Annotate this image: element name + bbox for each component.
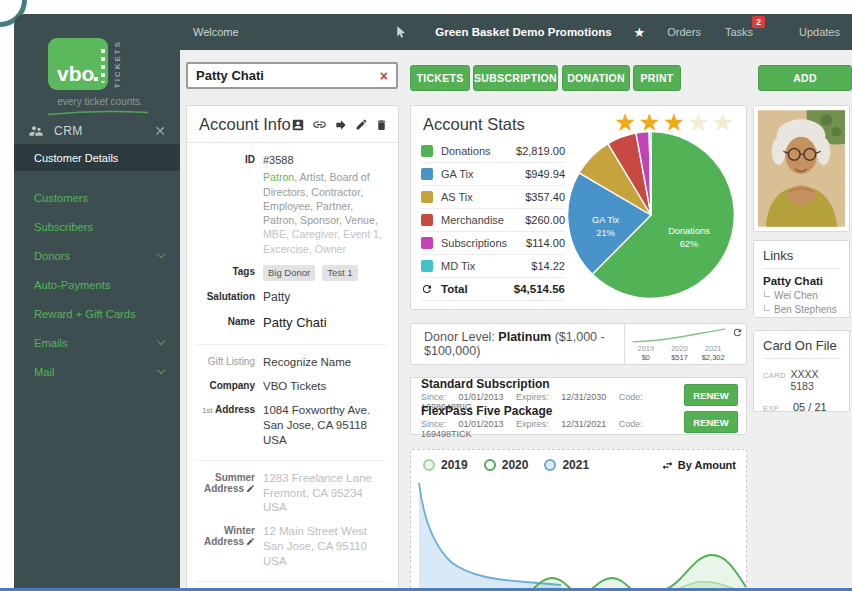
gift-listing-label: Gift Listing xyxy=(195,355,255,370)
sidebar-close-icon[interactable]: ✕ xyxy=(154,123,166,139)
legend-row-merchandise: Merchandise $260.00 xyxy=(421,209,565,232)
renew-button[interactable]: RENEW xyxy=(684,384,738,406)
sidebar-item-reward-gift-cards[interactable]: Reward + Gift Cards xyxy=(14,299,180,328)
sidebar-item-donors[interactable]: Donors xyxy=(14,241,180,270)
sidebar: vbo TICKETS every ticket counts. CRM ✕ C… xyxy=(14,14,180,591)
screenshot-canvas: vbo TICKETS every ticket counts. CRM ✕ C… xyxy=(0,0,852,591)
refresh-icon[interactable] xyxy=(421,283,433,295)
summer-label-line2: Address xyxy=(204,483,244,494)
customer-photo xyxy=(758,110,845,227)
area-2021 xyxy=(419,483,561,591)
legend-swatch xyxy=(421,237,433,249)
tickets-button[interactable]: TICKETS xyxy=(410,65,470,91)
account-info-title: Account Info xyxy=(199,115,291,134)
pie-label-ga-tix: GA Tix xyxy=(592,215,620,225)
trend-area-chart xyxy=(411,480,746,591)
orders-link[interactable]: Orders xyxy=(667,26,701,38)
category-patron: Patron xyxy=(263,171,294,183)
share-forward-icon[interactable] xyxy=(334,118,348,132)
account-info-panel: Account Info ID #3588 xyxy=(186,105,399,591)
contact-card-icon[interactable] xyxy=(291,118,305,132)
tags-label: Tags xyxy=(195,265,255,281)
legend-label: AS Tix xyxy=(441,191,473,203)
tasks-badge: 2 xyxy=(752,16,765,28)
sidebar-item-auto-payments[interactable]: Auto-Payments xyxy=(14,270,180,299)
tasks-link[interactable]: Tasks 2 xyxy=(725,26,753,38)
add-button[interactable]: ADD xyxy=(758,65,852,91)
linked-account[interactable]: Ben Stephens xyxy=(763,304,840,315)
spark-amount: $517 xyxy=(663,353,697,362)
sidebar-item-subscribers[interactable]: Subscribers xyxy=(14,212,180,241)
organization-name[interactable]: Green Basket Demo Promotions xyxy=(435,26,611,38)
linked-account-primary[interactable]: Patty Chati xyxy=(763,275,840,287)
subscription-button[interactable]: SUBSCRIPTION xyxy=(473,65,558,91)
vbo-logo: vbo xyxy=(48,38,108,90)
donor-trend-line xyxy=(629,327,729,344)
clear-search-icon[interactable]: × xyxy=(380,68,388,84)
subscription-name: Standard Subscription xyxy=(421,378,684,391)
legend-2020[interactable]: 2020 xyxy=(484,458,529,472)
by-amount-label: By Amount xyxy=(678,459,736,471)
legend-2019[interactable]: 2019 xyxy=(423,458,468,472)
updates-link[interactable]: Updates xyxy=(799,26,840,38)
since-value: 01/01/2013 xyxy=(459,392,504,402)
refresh-icon[interactable] xyxy=(732,327,743,338)
legend-label: Donations xyxy=(441,145,491,157)
sidebar-item-emails[interactable]: Emails xyxy=(14,328,180,357)
card-exp-row: EXP 05 / 21 xyxy=(763,401,840,413)
sidebar-item-mail[interactable]: Mail xyxy=(14,357,180,386)
delete-trash-icon[interactable] xyxy=(375,118,388,132)
gift-listing-row: Gift Listing Recognize Name xyxy=(195,344,388,370)
expires-label: Expires: xyxy=(516,392,549,402)
logo-text: vbo xyxy=(57,62,94,86)
renew-button[interactable]: RENEW xyxy=(684,411,738,433)
donor-level-text: Donor Level: Platinum ($1,000 - $100,000… xyxy=(411,330,624,358)
legend-2021[interactable]: 2021 xyxy=(544,458,589,472)
legend-value: $949.94 xyxy=(525,168,565,180)
total-value: $4,514.56 xyxy=(514,283,565,295)
legend-circle-icon xyxy=(544,459,556,471)
tree-branch-icon xyxy=(764,305,770,311)
sidebar-item-customers[interactable]: Customers xyxy=(14,183,180,212)
edit-pencil-icon[interactable] xyxy=(355,118,368,131)
chevron-down-icon xyxy=(157,250,165,258)
chevron-down-icon xyxy=(157,337,165,345)
chevron-down-icon xyxy=(157,366,165,374)
legend-swatch xyxy=(421,260,433,272)
total-label: Total xyxy=(441,283,468,295)
edit-pencil-icon[interactable] xyxy=(246,537,255,546)
spark-amount: $0 xyxy=(629,353,663,362)
sidebar-section-label: CRM xyxy=(54,124,83,138)
card-label: CARD xyxy=(763,371,790,380)
sidebar-item-customer-details[interactable]: Customer Details xyxy=(14,145,180,171)
linked-account[interactable]: Wei Chen xyxy=(763,290,840,301)
spark-amount: $2,302 xyxy=(696,353,730,362)
winter-line1: 12 Main Street West xyxy=(263,524,388,539)
categories-light: MBE, Caregiver, Event 1, Excercise, Owne… xyxy=(263,228,382,254)
customer-photo-panel xyxy=(753,105,850,232)
card-on-file-title: Card On File xyxy=(763,338,840,359)
cursor-pointer-icon[interactable] xyxy=(394,25,407,39)
tag-chip: Test 1 xyxy=(322,265,357,281)
name-label: Name xyxy=(195,315,255,332)
legend-label: MD Tix xyxy=(441,260,475,272)
legend-row-subscriptions: Subscriptions $114.00 xyxy=(421,232,565,255)
winter-address-row: Winter Address 12 Main Street West San J… xyxy=(195,524,388,569)
sidebar-item-label: Emails xyxy=(34,337,68,349)
by-amount-toggle[interactable]: By Amount xyxy=(661,459,736,472)
link-icon[interactable] xyxy=(312,117,327,132)
search-input[interactable]: Patty Chati × xyxy=(186,62,398,89)
winter-line2: San Jose, CA 95110 xyxy=(263,539,388,554)
legend-label: GA Tix xyxy=(441,168,473,180)
print-button[interactable]: PRINT xyxy=(633,65,681,91)
legend-row-total: Total $4,514.56 xyxy=(421,278,565,301)
ticket-perforation-icon xyxy=(101,45,105,83)
legend-value: $357.40 xyxy=(525,191,565,203)
donation-button[interactable]: DONATION xyxy=(562,65,630,91)
face xyxy=(785,137,816,174)
edit-pencil-icon[interactable] xyxy=(246,484,255,493)
legend-row-donations: Donations $2,819.00 xyxy=(421,140,565,163)
id-label: ID xyxy=(195,153,255,256)
favorite-star-icon[interactable]: ★ xyxy=(634,25,646,40)
linked-account-name: Wei Chen xyxy=(774,290,818,301)
